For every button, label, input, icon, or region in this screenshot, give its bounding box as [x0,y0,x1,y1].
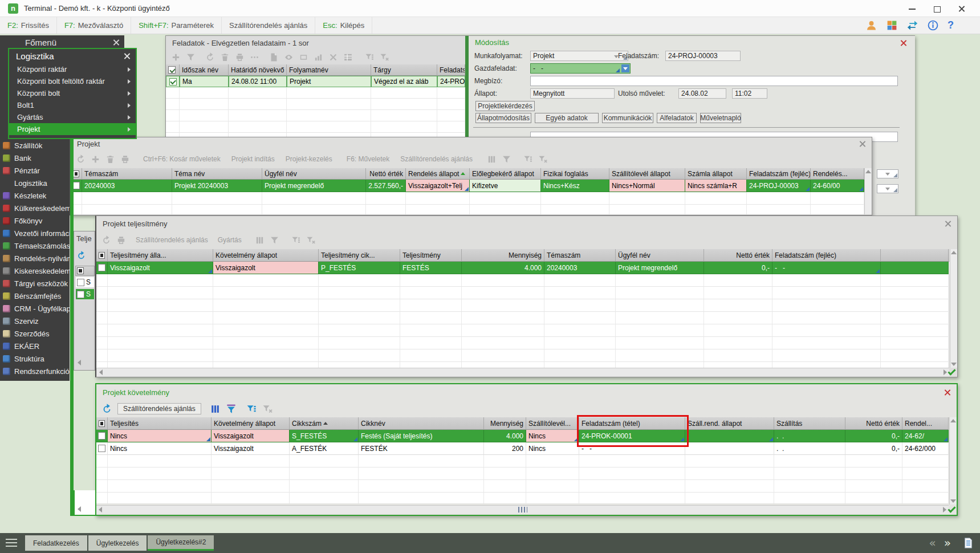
table-cell[interactable]: Visszaigazolt [213,262,319,274]
table-cell[interactable]: 2.527.560,- [366,180,406,192]
info-icon[interactable] [927,19,939,31]
excel-export-icon[interactable] [343,52,353,62]
close-icon[interactable] [958,5,965,13]
print-icon[interactable] [120,154,130,164]
table-row[interactable]: S [75,288,95,300]
column-header[interactable] [166,64,180,76]
dropdown-icon[interactable] [621,64,629,72]
hotkey-exit[interactable]: Esc:Kilépés [315,17,372,34]
column-header[interactable]: Időszak név [180,64,229,76]
filter-edit-icon[interactable] [523,154,533,164]
row-checkbox[interactable] [77,291,84,298]
refresh-icon[interactable] [76,251,86,261]
refresh-icon[interactable] [101,235,111,245]
table-cell[interactable]: 24-60/00 [811,180,864,192]
menu-item-k-zponti-rakt-r[interactable]: Központi raktár [9,63,136,75]
column-header[interactable]: Folyamatnév [287,64,371,76]
menu-item-k-zponti-bolt-felt-lt-rakt-r[interactable]: Központi bolt feltöltő raktár [9,75,136,87]
scroll-left-icon[interactable] [99,507,102,513]
table-cell[interactable]: FESTÉK [359,442,484,455]
table-cell[interactable]: Projekt 20240003 [172,180,262,192]
more-icon[interactable] [250,52,259,62]
other-data-button[interactable]: Egyéb adatok [535,113,599,123]
cell-detail-icon[interactable] [574,437,578,441]
project-manage-button[interactable]: Projekt-kezelés [286,155,332,163]
clear-icon[interactable] [328,52,338,62]
table-cell[interactable]: 0,- [845,442,902,455]
column-header[interactable]: Nettó érték [845,417,902,430]
sidebar-item-strukt-ra[interactable]: Struktúra [0,352,70,365]
print-icon[interactable] [235,52,245,62]
hotkey-supplier-order[interactable]: Szállítórendelés ajánlás [222,17,315,34]
column-header[interactable]: Rendel... [902,417,949,430]
table-cell[interactable]: Visszaigazolt [212,430,290,442]
table-cell[interactable]: 24-62/ [902,430,949,442]
cell-detail-icon[interactable] [208,269,212,273]
sidebar-item-t-rgyi-eszk-z-k[interactable]: Tárgyi eszközök [0,277,70,290]
status-change-button[interactable]: Állapotmódosítás [475,113,531,123]
table-cell[interactable]: 24-PROJ-00003 [747,180,811,192]
column-header[interactable]: Feladatsz... [437,64,465,76]
table-cell[interactable] [685,430,774,442]
project-start-button[interactable]: Projekt indítás [231,155,275,163]
workflow-select[interactable]: Projekt [530,51,628,61]
minimize-icon[interactable] [909,5,916,13]
sidebar-item-crm-gyf-lkapcsolat[interactable]: CRM - Ügyfélkapcsolat [0,302,70,315]
scroll-handle[interactable] [518,507,527,513]
sidebar-item-szerz-d-s[interactable]: Szerződés [0,327,70,340]
filter-edit-icon[interactable] [291,235,301,245]
column-header[interactable]: Teljesítmény [400,249,462,262]
table-cell[interactable]: Visszaigazolt [212,442,290,455]
column-header[interactable]: Nettó érték [704,249,772,262]
table-cell[interactable]: Projekt [287,76,371,87]
hotkey-refresh[interactable]: F2:Frissítés [0,17,57,34]
row-checkbox[interactable] [77,279,84,286]
preview-icon[interactable] [284,52,294,62]
sidebar-item-vezet-i-inform-ci-k[interactable]: Vezetői információk [0,227,70,239]
close-window-icon[interactable] [859,140,866,148]
sidebar-item-bank[interactable]: Bank [0,152,70,164]
table-cell[interactable]: Nincs [108,430,212,442]
sidebar-item-b-rsz-mfejt-s[interactable]: Bérszámfejtés [0,290,70,302]
column-header[interactable]: Határidő növekvő [229,64,287,76]
close-submenu-icon[interactable] [123,52,131,60]
close-window-icon[interactable] [944,389,951,396]
refresh-icon[interactable] [205,52,215,62]
table-cell[interactable] [96,442,108,455]
row-checkbox[interactable] [98,445,105,452]
confirm-check-icon[interactable] [948,505,956,514]
sidebar-item-k-szletek[interactable]: Készletek [0,189,70,202]
columns-icon[interactable] [487,154,497,164]
table-cell[interactable]: Nincs+Normál [609,180,685,192]
row-checkbox[interactable] [98,432,105,440]
sidebar-item-ek-er[interactable]: EKÁER [0,340,70,352]
sidebar-item-sz-ll-t-k[interactable]: Szállítók [0,139,70,152]
project-query-button[interactable]: Projektlekérdezés [475,101,535,111]
table-cell[interactable]: 200 [484,442,526,455]
table-row[interactable]: 20240003Projekt 20240003Projekt megrende… [71,180,864,192]
column-header[interactable]: Mennyiség [484,417,526,430]
column-header[interactable]: Ügyfél név [262,168,366,180]
communications-button[interactable]: Kommunikációk [602,113,653,123]
cell-detail-icon[interactable] [465,187,469,191]
client-field[interactable] [530,76,898,86]
refresh-icon[interactable] [76,154,86,164]
close-panel-icon[interactable] [900,39,907,47]
vertical-scrollbar[interactable] [949,417,957,505]
column-header[interactable]: Szállítólevél... [526,417,579,430]
table-cell[interactable]: 20240003 [82,180,172,192]
column-header[interactable]: Feladatszám (fejléc) [747,168,811,180]
table-cell[interactable]: - - [579,442,685,455]
filter-icon[interactable] [502,154,511,164]
operation-log-button[interactable]: Műveletnapló [700,113,741,123]
print-icon[interactable] [116,235,126,245]
maximize-icon[interactable] [933,5,941,13]
column-header[interactable]: Témaszám [82,168,172,180]
report-icon[interactable] [269,52,279,62]
table-cell[interactable]: FESTÉS [400,262,462,274]
table-row[interactable]: NincsVisszaigazoltA_FESTÉKFESTÉK200Nincs… [96,442,949,455]
sidebar-item-t-maelsz-mol-s[interactable]: Témaelszámolás [0,239,70,252]
table-cell[interactable] [166,76,180,87]
cell-detail-icon[interactable] [806,187,810,191]
table-cell[interactable]: 24-PROJ-0 [437,76,465,87]
